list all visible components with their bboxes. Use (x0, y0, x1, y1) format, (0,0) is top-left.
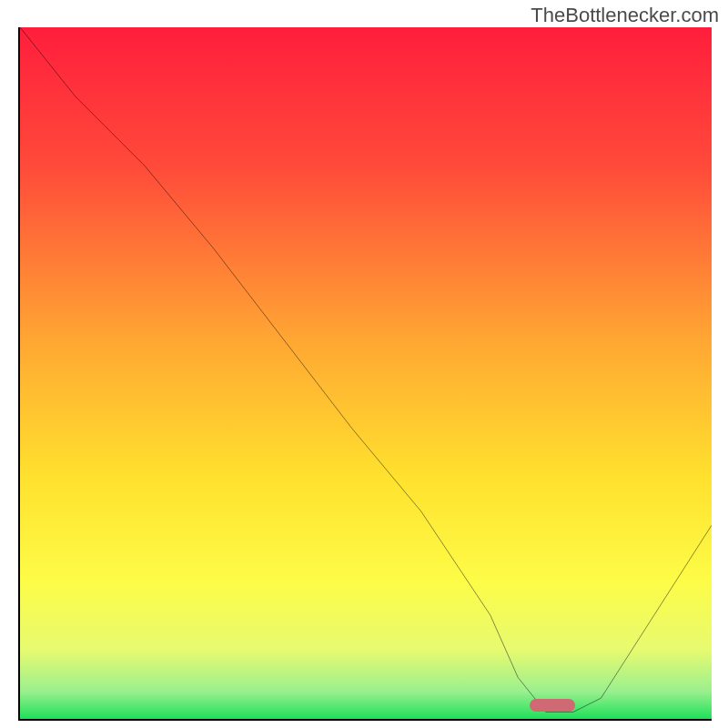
chart-container: TheBottlenecker.com (0, 0, 728, 728)
optimal-marker (530, 699, 575, 712)
watermark-text: TheBottlenecker.com (531, 4, 719, 27)
bottleneck-curve (20, 27, 712, 719)
plot-area (18, 27, 712, 721)
